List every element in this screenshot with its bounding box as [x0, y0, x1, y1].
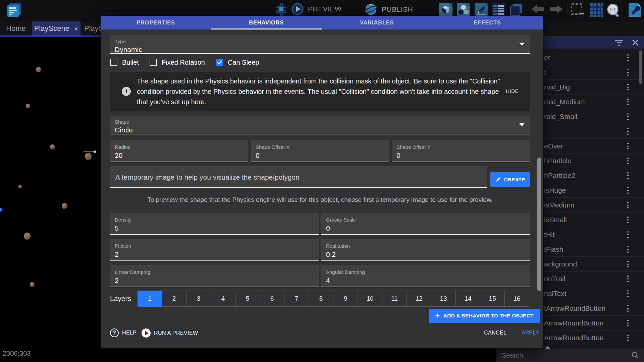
dialog-tab[interactable]: PROPERTIES — [101, 16, 211, 29]
asteroid-sprite[interactable] — [50, 144, 55, 149]
layer-toggle[interactable]: 16 — [505, 291, 529, 307]
kebab-menu-icon[interactable] — [627, 202, 629, 208]
help-button[interactable]: ? HELP — [110, 328, 137, 337]
asteroid-sprite[interactable] — [18, 185, 22, 188]
kebab-menu-icon[interactable] — [627, 231, 629, 238]
object-handle-dot[interactable] — [94, 150, 96, 153]
hide-button[interactable]: HIDE — [506, 88, 519, 94]
apply-button[interactable]: APPLY — [522, 330, 539, 336]
dialog-tab[interactable]: VARIABLES — [322, 16, 432, 29]
edit-scene-icon[interactable] — [474, 3, 488, 17]
layer-toggle[interactable]: 1 — [138, 291, 162, 307]
number-input-field[interactable]: Radius 20 — [110, 140, 248, 162]
undo-icon[interactable] — [529, 3, 546, 17]
asteroid-sprite[interactable] — [85, 153, 92, 160]
asteroid-sprite[interactable] — [23, 232, 31, 240]
preview-label: PREVIEW — [308, 5, 341, 13]
add-object-icon[interactable] — [439, 3, 453, 17]
tab-home[interactable]: Home — [0, 21, 32, 36]
number-input-field[interactable]: Density 5 — [110, 213, 319, 235]
layer-toggle[interactable]: 8 — [309, 291, 333, 307]
kebab-menu-icon[interactable] — [627, 320, 629, 326]
kebab-menu-icon[interactable] — [627, 261, 629, 267]
project-manager-icon[interactable] — [6, 3, 22, 18]
create-label: CREATE — [504, 177, 525, 182]
layer-toggle[interactable]: 14 — [456, 291, 480, 307]
publish-button[interactable]: PUBLISH — [364, 3, 413, 16]
kebab-menu-icon[interactable] — [627, 290, 629, 297]
kebab-menu-icon[interactable] — [627, 187, 629, 194]
kebab-menu-icon[interactable] — [627, 335, 629, 341]
dialog-scrollbar[interactable] — [537, 158, 541, 291]
layers-label: Layers — [110, 295, 138, 303]
layer-toggle[interactable]: 2 — [162, 291, 186, 307]
kebab-menu-icon[interactable] — [627, 128, 629, 135]
filter-list-icon[interactable] — [615, 40, 623, 46]
layers-icon[interactable] — [509, 3, 523, 17]
number-input-field[interactable]: Linear Damping 2 — [110, 265, 319, 287]
dialog-tab[interactable]: EFFECTS — [432, 16, 543, 29]
kebab-menu-icon[interactable] — [627, 217, 629, 223]
kebab-menu-icon[interactable] — [627, 84, 629, 90]
layer-toggle[interactable]: 7 — [284, 291, 309, 307]
asteroid-sprite[interactable] — [36, 67, 41, 72]
number-input-field[interactable]: Angular Damping 4 — [321, 265, 530, 287]
number-input-field[interactable]: Gravity Scale 0 — [321, 213, 530, 235]
selection-handle-dot[interactable] — [0, 208, 2, 212]
number-input-field[interactable]: Shape Offset X 0 — [251, 140, 389, 162]
asteroid-sprite[interactable] — [30, 282, 35, 287]
layer-toggle[interactable]: 9 — [333, 291, 358, 307]
layer-toggle[interactable]: 11 — [382, 291, 407, 307]
cancel-button[interactable]: CANCEL — [484, 330, 506, 336]
checkbox[interactable]: Can Sleep — [216, 59, 259, 66]
preview-button[interactable]: PREVIEW — [291, 3, 341, 15]
layer-toggle[interactable]: 12 — [407, 291, 431, 307]
number-input-field[interactable]: Friction 2 — [110, 239, 319, 261]
kebab-menu-icon[interactable] — [627, 69, 629, 76]
asteroid-sprite[interactable] — [61, 203, 67, 209]
redo-icon[interactable] — [548, 3, 565, 17]
layer-toggle[interactable]: 10 — [358, 291, 382, 307]
tab-playscene[interactable]: PlayScene × — [32, 21, 80, 36]
add-behavior-button[interactable]: + ADD A BEHAVIOR TO THE OBJECT — [429, 309, 540, 323]
checkbox[interactable]: Bullet — [110, 59, 139, 66]
temp-image-field[interactable]: A temporary image to help you visualize … — [110, 166, 487, 188]
asteroid-sprite[interactable] — [25, 104, 30, 108]
number-input-field[interactable]: Shape Offset Y 0 — [392, 140, 530, 162]
kebab-menu-icon[interactable] — [627, 158, 629, 164]
kebab-menu-icon[interactable] — [627, 276, 629, 282]
kebab-menu-icon[interactable] — [627, 143, 629, 149]
grid-icon[interactable] — [589, 3, 604, 17]
kebab-menu-icon[interactable] — [627, 54, 629, 61]
deselect-icon[interactable] — [570, 3, 586, 17]
kebab-menu-icon[interactable] — [627, 172, 629, 179]
brush-icon — [495, 177, 501, 182]
play-icon — [142, 328, 151, 338]
close-icon[interactable] — [632, 39, 639, 46]
debug-icon[interactable] — [274, 3, 288, 17]
kebab-menu-icon[interactable] — [627, 99, 629, 105]
project-settings-icon[interactable] — [627, 3, 642, 17]
dialog-tab[interactable]: BEHAVIORS — [211, 16, 322, 29]
search-input[interactable] — [497, 351, 631, 360]
object-groups-icon[interactable] — [457, 3, 471, 17]
run-preview-button[interactable]: RUN A PREVIEW — [142, 328, 198, 338]
layer-toggle[interactable]: 5 — [235, 291, 260, 307]
checkbox[interactable]: Fixed Rotation — [150, 59, 205, 66]
type-dropdown[interactable]: Type Dynamic — [110, 35, 530, 54]
zoom-original-icon[interactable]: 1:1 — [606, 3, 622, 18]
number-input-field[interactable]: Restitution 0.2 — [321, 239, 530, 261]
layer-toggle[interactable]: 3 — [186, 291, 211, 307]
kebab-menu-icon[interactable] — [627, 113, 629, 120]
layer-toggle[interactable]: 6 — [260, 291, 284, 307]
kebab-menu-icon[interactable] — [627, 246, 629, 253]
objects-scrollbar[interactable] — [639, 50, 642, 84]
close-icon[interactable]: × — [74, 25, 78, 32]
scene-properties-icon[interactable] — [492, 3, 506, 17]
layer-toggle[interactable]: 15 — [480, 291, 505, 307]
create-button[interactable]: CREATE — [490, 172, 530, 187]
kebab-menu-icon[interactable] — [627, 305, 629, 312]
shape-dropdown[interactable]: Shape Circle — [110, 116, 530, 134]
layer-toggle[interactable]: 4 — [211, 291, 235, 307]
layer-toggle[interactable]: 13 — [431, 291, 456, 307]
